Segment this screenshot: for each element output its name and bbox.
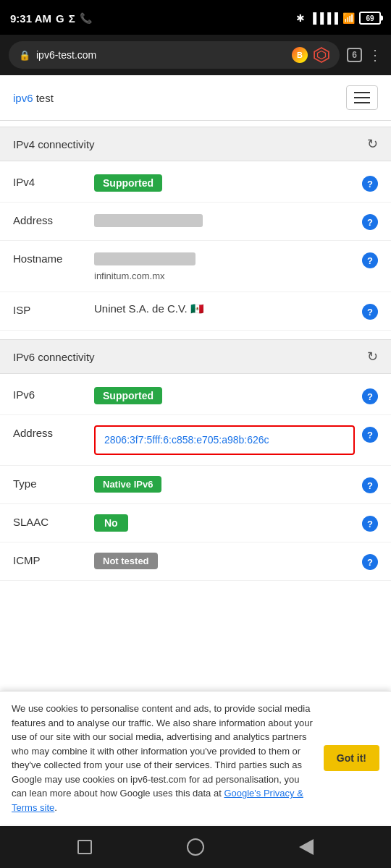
svg-marker-2 bbox=[314, 48, 329, 62]
ipv6-slaac-badge: No bbox=[94, 514, 128, 532]
signal-icon: ▐▐▐▐ bbox=[309, 12, 338, 24]
hamburger-line-2 bbox=[354, 97, 370, 98]
ipv4-value: Supported ? bbox=[94, 174, 378, 192]
tab-count[interactable]: 6 bbox=[347, 48, 362, 62]
ipv6-slaac-badge-container: No bbox=[94, 514, 355, 532]
ipv6-type-help-icon[interactable]: ? bbox=[362, 477, 378, 493]
table-row: SLAAC No ? bbox=[0, 504, 391, 542]
ipv6-content: IPv6 Supported ? Address 2806:3f7:5fff:6… bbox=[0, 374, 391, 584]
cookie-body-text: We use cookies to personalise content an… bbox=[12, 703, 313, 799]
ipv6-slaac-value: No ? bbox=[94, 514, 378, 532]
ipv6-icmp-help-icon[interactable]: ? bbox=[362, 554, 378, 570]
ipv4-content: IPv4 Supported ? Address ? Hostname bbox=[0, 161, 391, 333]
ipv4-hostname-hidden bbox=[94, 252, 196, 265]
scroll-area: ipv6 test IPv4 connectivity ↻ IPv4 Suppo… bbox=[0, 75, 391, 743]
ipv6-section-header: IPv6 connectivity ↻ bbox=[0, 339, 391, 374]
bluetooth-icon: ✱ bbox=[296, 12, 305, 24]
ipv4-address-hidden bbox=[94, 214, 203, 227]
table-row: Address 2806:3f7:5fff:6:c858:e705:a98b:6… bbox=[0, 415, 391, 466]
ipv6-type-label: Type bbox=[13, 476, 85, 490]
wifi-icon: 📶 bbox=[342, 12, 355, 24]
ipv4-label: IPv4 bbox=[13, 174, 85, 188]
cookie-text: We use cookies to personalise content an… bbox=[12, 702, 314, 814]
logo-test-text: test bbox=[36, 92, 54, 104]
bottom-nav bbox=[0, 826, 391, 868]
carrier-g: G bbox=[56, 12, 64, 25]
ipv6-type-badge-container: Native IPv6 bbox=[94, 476, 355, 493]
hamburger-line-1 bbox=[354, 92, 370, 93]
battery-icon: 69 bbox=[359, 12, 381, 25]
ipv4-hostname-label: Hostname bbox=[13, 251, 85, 265]
table-row: Address ? bbox=[0, 203, 391, 241]
ipv4-badge-container: Supported bbox=[94, 174, 355, 192]
phone-icon: 📞 bbox=[80, 12, 92, 24]
ipv6-label: IPv6 bbox=[13, 387, 85, 401]
url-bar[interactable]: 🔒 ipv6-test.com B bbox=[9, 41, 340, 69]
ipv6-icmp-badge-container: Not tested bbox=[94, 553, 355, 569]
site-logo: ipv6 test bbox=[13, 92, 54, 104]
browser-badges: 6 ⋮ bbox=[347, 46, 382, 64]
browser-bar: 🔒 ipv6-test.com B 6 ⋮ bbox=[0, 35, 391, 75]
got-it-button[interactable]: Got it! bbox=[324, 745, 379, 771]
table-row: ISP Uninet S.A. de C.V. 🇲🇽 ? bbox=[0, 292, 391, 331]
ipv6-icmp-label: ICMP bbox=[13, 553, 85, 566]
ipv4-hostname-sub: infinitum.com.mx bbox=[94, 271, 355, 281]
ipv6-type-value: Native IPv6 ? bbox=[94, 476, 378, 493]
ipv6-value: Supported ? bbox=[94, 387, 378, 404]
ipv4-address-help-icon[interactable]: ? bbox=[362, 214, 378, 230]
ipv6-address-label: Address bbox=[13, 425, 85, 439]
hamburger-line-3 bbox=[354, 102, 370, 103]
site-header: ipv6 test bbox=[0, 75, 391, 121]
ipv4-help-icon[interactable]: ? bbox=[362, 176, 378, 192]
triangle-icon bbox=[299, 839, 314, 855]
nav-square-button[interactable] bbox=[75, 837, 95, 857]
lock-icon: 🔒 bbox=[19, 50, 30, 61]
square-icon bbox=[77, 840, 92, 854]
logo-ipv6-text: ipv6 bbox=[13, 92, 33, 104]
ipv4-isp-label: ISP bbox=[13, 302, 85, 316]
ipv6-badge-container: Supported bbox=[94, 387, 355, 404]
table-row: ICMP Not tested ? bbox=[0, 542, 391, 581]
ipv4-isp-inner: Uninet S.A. de C.V. 🇲🇽 bbox=[94, 302, 355, 315]
ipv6-section-title: IPv6 connectivity bbox=[13, 351, 95, 363]
ipv4-hostname-value: infinitum.com.mx ? bbox=[94, 251, 378, 281]
nav-home-button[interactable] bbox=[185, 837, 206, 857]
ipv4-address-value: ? bbox=[94, 213, 378, 230]
browser-menu-icon[interactable]: ⋮ bbox=[368, 46, 382, 64]
ipv4-hostname-help-icon[interactable]: ? bbox=[362, 252, 378, 268]
ipv6-icmp-value: Not tested ? bbox=[94, 553, 378, 570]
table-row: IPv4 Supported ? bbox=[0, 164, 391, 203]
ipv4-address-label: Address bbox=[13, 213, 85, 226]
ipv6-type-badge: Native IPv6 bbox=[94, 476, 161, 493]
ipv6-address-text: 2806:3f7:5fff:6:c858:e705:a98b:626c bbox=[104, 434, 269, 446]
status-right: ✱ ▐▐▐▐ 📶 69 bbox=[296, 12, 381, 25]
ipv6-address-help-icon[interactable]: ? bbox=[362, 427, 378, 443]
time-display: 9:31 AM bbox=[10, 12, 51, 25]
table-row: Type Native IPv6 ? bbox=[0, 466, 391, 504]
ipv6-slaac-label: SLAAC bbox=[13, 514, 85, 528]
ipv6-help-icon[interactable]: ? bbox=[362, 388, 378, 404]
carrier-sigma: Σ bbox=[69, 12, 75, 25]
ipv6-supported-badge: Supported bbox=[94, 387, 162, 404]
ipv6-icmp-badge: Not tested bbox=[94, 553, 158, 569]
ipv4-isp-value: Uninet S.A. de C.V. 🇲🇽 ? bbox=[94, 302, 378, 320]
status-left: 9:31 AM G Σ 📞 bbox=[10, 12, 92, 25]
table-row: Hostname infinitum.com.mx ? bbox=[0, 241, 391, 292]
ipv4-isp-text: Uninet S.A. de C.V. 🇲🇽 bbox=[94, 302, 204, 315]
nav-back-button[interactable] bbox=[296, 837, 316, 857]
status-bar: 9:31 AM G Σ 📞 ✱ ▐▐▐▐ 📶 69 bbox=[0, 0, 391, 35]
cookie-period: . bbox=[54, 802, 57, 813]
ipv6-slaac-help-icon[interactable]: ? bbox=[362, 516, 378, 532]
ipv6-address-box: 2806:3f7:5fff:6:c858:e705:a98b:626c bbox=[94, 425, 355, 455]
ipv4-hostname-inner: infinitum.com.mx bbox=[94, 251, 355, 281]
ipv4-section-title: IPv4 connectivity bbox=[13, 138, 95, 150]
ipv4-section-header: IPv4 connectivity ↻ bbox=[0, 127, 391, 161]
ipv4-isp-help-icon[interactable]: ? bbox=[362, 304, 378, 320]
ipv4-refresh-icon[interactable]: ↻ bbox=[367, 136, 378, 152]
ipv6-refresh-icon[interactable]: ↻ bbox=[367, 349, 378, 365]
stacks-icon bbox=[314, 47, 329, 63]
cookie-banner: We use cookies to personalise content an… bbox=[0, 691, 391, 825]
hamburger-menu[interactable] bbox=[346, 85, 378, 110]
ipv6-address-value: 2806:3f7:5fff:6:c858:e705:a98b:626c ? bbox=[94, 425, 378, 455]
ipv4-address-blurred bbox=[94, 213, 355, 229]
